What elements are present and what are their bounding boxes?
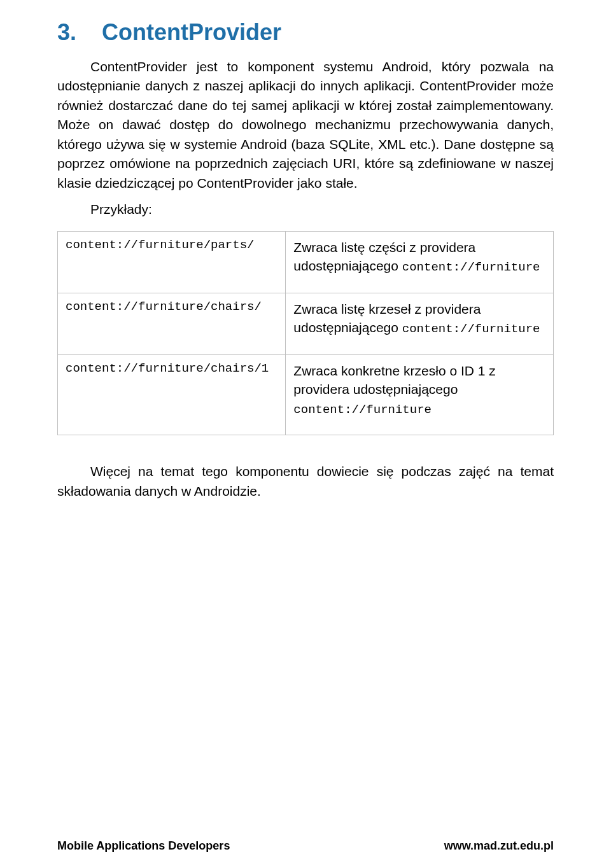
desc-cell: Zwraca konkretne krzesło o ID 1 z provid… xyxy=(286,355,554,435)
table-row: content://furniture/chairs/1 Zwraca konk… xyxy=(58,355,554,435)
footer-right: www.mad.zut.edu.pl xyxy=(444,839,554,853)
uri-cell: content://furniture/chairs/ xyxy=(58,293,286,355)
desc-cell: Zwraca listę części z providera udostępn… xyxy=(286,232,554,293)
desc-mono: content://furniture xyxy=(402,322,540,336)
heading-title: ContentProvider xyxy=(102,19,281,46)
uri-cell: content://furniture/parts/ xyxy=(58,232,286,293)
desc-text: Zwraca konkretne krzesło o ID 1 z provid… xyxy=(293,363,495,396)
paragraph-outro: Więcej na temat tego komponentu dowiecie… xyxy=(57,462,554,501)
desc-mono: content://furniture xyxy=(293,403,432,417)
table-row: content://furniture/chairs/ Zwraca listę… xyxy=(58,293,554,355)
uri-cell: content://furniture/chairs/1 xyxy=(58,355,286,435)
page: 3. ContentProvider ContentProvider jest … xyxy=(0,0,611,868)
heading-number: 3. xyxy=(57,19,76,46)
desc-cell: Zwraca listę krzeseł z providera udostęp… xyxy=(286,293,554,355)
footer-left: Mobile Applications Developers xyxy=(57,839,230,853)
desc-mono: content://furniture xyxy=(402,260,540,274)
paragraph-intro: ContentProvider jest to komponent system… xyxy=(57,57,554,193)
examples-table: content://furniture/parts/ Zwraca listę … xyxy=(57,231,554,435)
examples-label: Przykłady: xyxy=(57,202,554,217)
table-row: content://furniture/parts/ Zwraca listę … xyxy=(58,232,554,293)
page-footer: Mobile Applications Developers www.mad.z… xyxy=(57,839,554,853)
section-heading: 3. ContentProvider xyxy=(57,19,554,46)
